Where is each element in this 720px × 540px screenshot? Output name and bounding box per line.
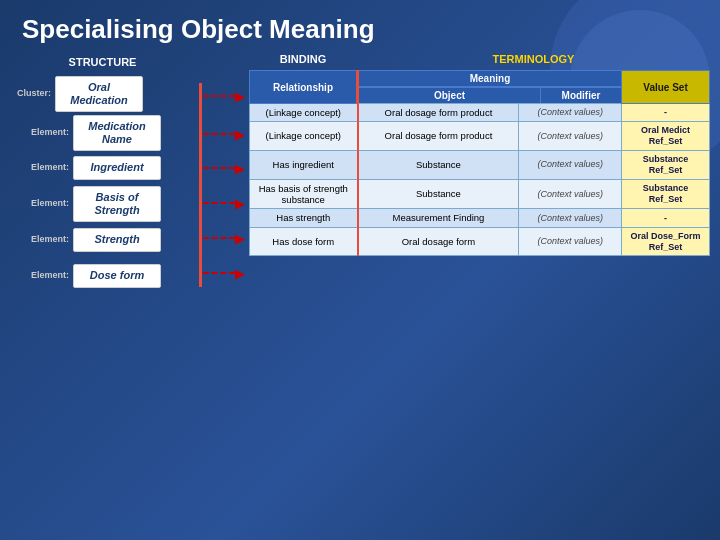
object-sublabel: Object xyxy=(359,87,541,103)
arrow-3: ▶ xyxy=(195,151,245,185)
page-title: Specialising Object Meaning xyxy=(0,0,720,53)
cell-vs-2: Oral Medict Ref_Set xyxy=(622,122,710,151)
element-label-3: Element: xyxy=(28,199,73,209)
meaning-label: Meaning xyxy=(359,71,621,87)
table-row: Has ingredient Substance (Context values… xyxy=(250,150,710,179)
table-header-row: Relationship Meaning Object Modifier Val… xyxy=(250,71,710,104)
element-box-strength: Strength xyxy=(73,228,161,251)
arrow-6: ▶ xyxy=(195,255,245,291)
cell-modifier-4: (Context values) xyxy=(519,179,622,209)
cell-modifier-1: (Context values) xyxy=(519,104,622,122)
cell-relationship-5: Has strength xyxy=(250,209,358,227)
col-header-relationship: Relationship xyxy=(250,71,358,104)
table-row: Has strength Measurement Finding (Contex… xyxy=(250,209,710,227)
structure-header: STRUCTURE xyxy=(10,53,195,73)
col-header-value-set: Value Set xyxy=(622,71,710,104)
cell-object-1: Oral dosage form product xyxy=(358,104,519,122)
table-row: Has basis of strength substance Substanc… xyxy=(250,179,710,209)
structure-panel: STRUCTURE Cluster: OralMedication Elemen… xyxy=(10,53,195,295)
top-section-headers: BINDING TERMINOLOGY xyxy=(249,53,710,67)
cell-vs-6: Oral Dose_Form Ref_Set xyxy=(622,227,710,256)
element-label-4: Element: xyxy=(28,235,73,245)
arrows-area: ▶ ▶ ▶ ▶ ▶ ▶ xyxy=(195,75,245,295)
element-box-basis-strength: Basis ofStrength xyxy=(73,186,161,222)
arrow-4: ▶ xyxy=(195,185,245,221)
cell-vs-5: - xyxy=(622,209,710,227)
element-label-2: Element: xyxy=(28,163,73,173)
cell-object-5: Measurement Finding xyxy=(358,209,519,227)
cell-relationship-2: (Linkage concept) xyxy=(250,122,358,151)
main-layout: STRUCTURE Cluster: OralMedication Elemen… xyxy=(0,53,720,301)
right-panel: BINDING TERMINOLOGY Relationship Meaning… xyxy=(249,53,710,295)
table-row: Has dose form Oral dosage form (Context … xyxy=(250,227,710,256)
page-background: Specialising Object Meaning STRUCTURE Cl… xyxy=(0,0,720,540)
red-vertical-line xyxy=(199,83,202,287)
element-row-basis-strength: Element: Basis ofStrength xyxy=(28,186,195,222)
cell-vs-4: Substance Ref_Set xyxy=(622,179,710,209)
cell-modifier-6: (Context values) xyxy=(519,227,622,256)
element-box-medication-name: MedicationName xyxy=(73,115,161,151)
cell-object-2: Oral dosage form product xyxy=(358,122,519,151)
cell-relationship-6: Has dose form xyxy=(250,227,358,256)
table-row: (Linkage concept) Oral dosage form produ… xyxy=(250,122,710,151)
cell-object-6: Oral dosage form xyxy=(358,227,519,256)
element-row-strength: Element: Strength xyxy=(28,223,195,257)
element-row-medication-name: Element: MedicationName xyxy=(28,116,195,150)
cluster-row: Cluster: OralMedication xyxy=(10,73,195,115)
cell-modifier-5: (Context values) xyxy=(519,209,622,227)
element-label-1: Element: xyxy=(28,128,73,138)
arrow-1: ▶ xyxy=(195,75,245,117)
cell-modifier-2: (Context values) xyxy=(519,122,622,151)
cell-modifier-3: (Context values) xyxy=(519,150,622,179)
element-row-ingredient: Element: Ingredient xyxy=(28,151,195,185)
element-box-dose-form: Dose form xyxy=(73,264,161,287)
main-table: Relationship Meaning Object Modifier Val… xyxy=(249,70,710,256)
cluster-label: Cluster: xyxy=(10,89,55,99)
arrow-2: ▶ xyxy=(195,117,245,151)
cell-relationship-1: (Linkage concept) xyxy=(250,104,358,122)
table-row: (Linkage concept) Oral dosage form produ… xyxy=(250,104,710,122)
cell-object-3: Substance xyxy=(358,150,519,179)
element-box-ingredient: Ingredient xyxy=(73,156,161,179)
terminology-header: TERMINOLOGY xyxy=(357,53,710,67)
arrow-5: ▶ xyxy=(195,221,245,255)
cell-vs-3: Substance Ref_Set xyxy=(622,150,710,179)
cell-object-4: Substance xyxy=(358,179,519,209)
element-label-5: Element: xyxy=(28,271,73,281)
binding-header: BINDING xyxy=(249,53,357,67)
cell-relationship-4: Has basis of strength substance xyxy=(250,179,358,209)
cell-relationship-3: Has ingredient xyxy=(250,150,358,179)
element-row-dose-form: Element: Dose form xyxy=(28,258,195,294)
col-header-meaning: Meaning Object Modifier xyxy=(358,71,622,104)
cell-vs-1: - xyxy=(622,104,710,122)
cluster-box-oral-medication: OralMedication xyxy=(55,76,143,112)
modifier-sublabel: Modifier xyxy=(541,87,621,103)
